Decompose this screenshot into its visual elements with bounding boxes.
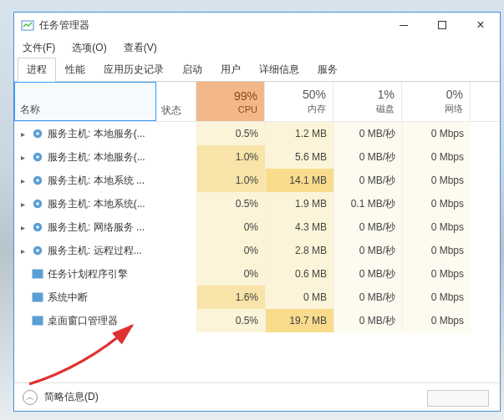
svg-point-10: [36, 225, 39, 229]
process-name: 服务主机: 远程过程...: [48, 244, 142, 258]
mem-cell: 0 MB: [265, 286, 333, 309]
table-row[interactable]: 任务计划程序引擎0%0.6 MB0 MB/秒0 Mbps: [14, 262, 500, 286]
process-name: 服务主机: 本地系统 ...: [48, 174, 145, 188]
header-name[interactable]: 名称: [14, 82, 156, 121]
status-cell: [156, 122, 196, 145]
cpu-cell: 0.5%: [196, 122, 265, 145]
net-usage-total: 0%: [446, 88, 463, 101]
cpu-cell: 0%: [196, 262, 265, 286]
process-name-cell: ▸服务主机: 网络服务 ...: [14, 215, 156, 239]
expand-icon[interactable]: ▸: [18, 129, 28, 139]
process-rows: ▸服务主机: 本地服务(...0.5%1.2 MB0 MB/秒0 Mbps▸服务…: [14, 122, 500, 332]
tab-performance[interactable]: 性能: [56, 58, 94, 82]
mem-label: 内存: [308, 103, 326, 115]
cpu-cell: 0.5%: [196, 192, 265, 215]
process-icon: [31, 174, 44, 187]
table-row[interactable]: ▸服务主机: 本地系统(...0.5%1.9 MB0.1 MB/秒0 Mbps: [14, 192, 500, 215]
close-button[interactable]: ×: [461, 13, 500, 38]
table-row[interactable]: 系统中断1.6%0 MB0 MB/秒0 Mbps: [14, 286, 500, 309]
status-cell: [156, 169, 196, 192]
process-grid: 名称 状态 99% CPU 50% 内存 1% 磁盘 0% 网络 ▸服务主机: …: [14, 82, 500, 382]
mem-usage-total: 50%: [303, 88, 326, 101]
process-icon: [31, 220, 44, 234]
process-icon: [31, 291, 44, 304]
process-name: 服务主机: 本地服务(...: [48, 150, 145, 164]
table-row[interactable]: ▸服务主机: 本地系统 ...1.0%14.1 MB0 MB/秒0 Mbps: [14, 169, 500, 192]
app-icon: [21, 18, 34, 32]
cpu-label: CPU: [238, 104, 257, 114]
cpu-cell: 0%: [196, 215, 265, 239]
status-cell: [156, 192, 196, 215]
net-cell: 0 Mbps: [402, 145, 471, 169]
process-name: 服务主机: 本地服务(...: [48, 127, 145, 141]
tab-processes[interactable]: 进程: [18, 58, 56, 82]
mem-cell: 5.6 MB: [265, 145, 333, 169]
expand-icon[interactable]: ▸: [18, 223, 28, 232]
table-row[interactable]: ▸服务主机: 本地服务(...1.0%5.6 MB0 MB/秒0 Mbps: [14, 145, 500, 169]
process-icon: [31, 314, 44, 327]
status-cell: [156, 262, 196, 286]
expand-icon[interactable]: ▸: [18, 153, 28, 162]
header-disk[interactable]: 1% 磁盘: [333, 82, 402, 121]
header-cpu[interactable]: 99% CPU: [196, 82, 265, 121]
disk-cell: 0 MB/秒: [333, 309, 402, 332]
tab-app-history[interactable]: 应用历史记录: [94, 58, 173, 82]
tab-services[interactable]: 服务: [308, 58, 347, 82]
mem-cell: 4.3 MB: [265, 215, 333, 239]
process-name: 系统中断: [48, 291, 88, 305]
process-icon: [31, 127, 44, 140]
process-name: 服务主机: 网络服务 ...: [48, 220, 145, 235]
disk-cell: 0 MB/秒: [333, 145, 402, 169]
fewer-details-link[interactable]: 简略信息(D): [44, 390, 99, 404]
tab-users[interactable]: 用户: [211, 58, 250, 82]
svg-point-8: [36, 202, 39, 205]
cpu-cell: 1.0%: [196, 145, 265, 169]
menu-view[interactable]: 查看(V): [120, 39, 160, 57]
table-row[interactable]: 桌面窗口管理器0.5%19.7 MB0 MB/秒0 Mbps: [14, 309, 500, 332]
expand-icon[interactable]: ▸: [18, 176, 28, 185]
svg-point-12: [36, 249, 39, 252]
table-row[interactable]: ▸服务主机: 本地服务(...0.5%1.2 MB0 MB/秒0 Mbps: [14, 122, 500, 145]
expand-icon[interactable]: ▸: [18, 246, 28, 256]
minimize-button[interactable]: [384, 13, 423, 38]
bottom-button-fragment: [427, 390, 489, 407]
window-title: 任务管理器: [39, 18, 384, 33]
chevron-up-icon[interactable]: ︿: [23, 390, 38, 405]
table-row[interactable]: ▸服务主机: 网络服务 ...0%4.3 MB0 MB/秒0 Mbps: [14, 215, 500, 239]
process-name-cell: ▸服务主机: 本地系统 ...: [14, 169, 156, 192]
disk-cell: 0 MB/秒: [333, 215, 402, 239]
svg-rect-16: [33, 293, 43, 296]
expand-icon[interactable]: ▸: [18, 200, 28, 209]
window-controls: ×: [384, 13, 500, 38]
process-icon: [31, 197, 44, 210]
menu-options[interactable]: 选项(O): [69, 39, 109, 57]
disk-cell: 0 MB/秒: [333, 286, 402, 309]
cpu-usage-total: 99%: [234, 89, 257, 103]
tab-details[interactable]: 详细信息: [250, 58, 308, 82]
process-name-cell: ▸服务主机: 本地系统(...: [14, 192, 156, 215]
disk-label: 磁盘: [376, 103, 395, 115]
net-cell: 0 Mbps: [402, 122, 471, 145]
tab-startup[interactable]: 启动: [173, 58, 211, 82]
cpu-cell: 1.6%: [196, 286, 265, 309]
mem-cell: 0.6 MB: [265, 262, 333, 286]
header-status[interactable]: 状态: [156, 82, 196, 121]
svg-rect-14: [33, 270, 43, 272]
process-name-cell: ▸服务主机: 远程过程...: [14, 239, 156, 262]
svg-point-6: [36, 179, 39, 182]
process-name: 任务计划程序引擎: [48, 267, 128, 281]
disk-cell: 0 MB/秒: [333, 262, 402, 286]
menu-file[interactable]: 文件(F): [19, 39, 59, 57]
process-icon: [31, 267, 44, 281]
process-icon: [31, 244, 44, 257]
status-cell: [156, 309, 196, 332]
header-memory[interactable]: 50% 内存: [265, 82, 333, 121]
process-name-cell: ▸服务主机: 本地服务(...: [14, 122, 156, 145]
status-cell: [156, 145, 196, 169]
table-row[interactable]: ▸服务主机: 远程过程...0%2.8 MB0 MB/秒0 Mbps: [14, 239, 500, 262]
header-network[interactable]: 0% 网络: [402, 82, 471, 121]
maximize-button[interactable]: [423, 13, 461, 38]
svg-point-2: [36, 132, 39, 135]
mem-cell: 14.1 MB: [265, 169, 333, 192]
disk-cell: 0 MB/秒: [333, 122, 402, 145]
